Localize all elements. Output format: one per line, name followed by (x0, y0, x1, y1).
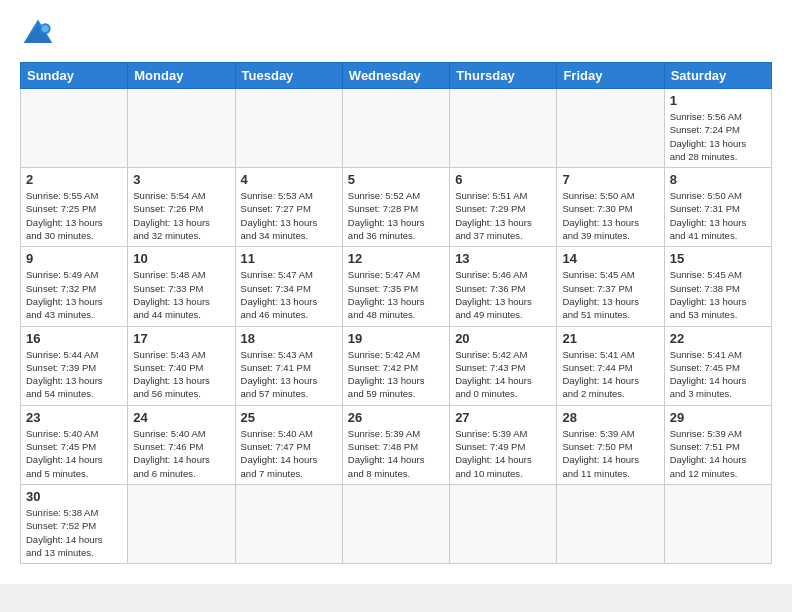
day-info: Sunrise: 5:48 AM Sunset: 7:33 PM Dayligh… (133, 268, 229, 321)
day-number: 26 (348, 410, 444, 425)
day-number: 3 (133, 172, 229, 187)
calendar-cell: 3Sunrise: 5:54 AM Sunset: 7:26 PM Daylig… (128, 168, 235, 247)
calendar-cell: 20Sunrise: 5:42 AM Sunset: 7:43 PM Dayli… (450, 326, 557, 405)
day-number: 19 (348, 331, 444, 346)
calendar-cell: 7Sunrise: 5:50 AM Sunset: 7:30 PM Daylig… (557, 168, 664, 247)
calendar-cell: 14Sunrise: 5:45 AM Sunset: 7:37 PM Dayli… (557, 247, 664, 326)
day-number: 24 (133, 410, 229, 425)
day-info: Sunrise: 5:45 AM Sunset: 7:38 PM Dayligh… (670, 268, 766, 321)
calendar-cell (235, 484, 342, 563)
weekday-header-sunday: Sunday (21, 63, 128, 89)
weekday-header-tuesday: Tuesday (235, 63, 342, 89)
calendar-cell: 30Sunrise: 5:38 AM Sunset: 7:52 PM Dayli… (21, 484, 128, 563)
day-number: 22 (670, 331, 766, 346)
day-info: Sunrise: 5:53 AM Sunset: 7:27 PM Dayligh… (241, 189, 337, 242)
day-info: Sunrise: 5:56 AM Sunset: 7:24 PM Dayligh… (670, 110, 766, 163)
day-number: 6 (455, 172, 551, 187)
logo (20, 16, 60, 52)
day-info: Sunrise: 5:40 AM Sunset: 7:45 PM Dayligh… (26, 427, 122, 480)
day-info: Sunrise: 5:45 AM Sunset: 7:37 PM Dayligh… (562, 268, 658, 321)
calendar-cell (128, 89, 235, 168)
calendar-cell (557, 89, 664, 168)
day-number: 7 (562, 172, 658, 187)
day-info: Sunrise: 5:39 AM Sunset: 7:51 PM Dayligh… (670, 427, 766, 480)
week-row-4: 23Sunrise: 5:40 AM Sunset: 7:45 PM Dayli… (21, 405, 772, 484)
calendar-cell: 13Sunrise: 5:46 AM Sunset: 7:36 PM Dayli… (450, 247, 557, 326)
calendar-cell: 17Sunrise: 5:43 AM Sunset: 7:40 PM Dayli… (128, 326, 235, 405)
calendar-cell (664, 484, 771, 563)
calendar-cell: 1Sunrise: 5:56 AM Sunset: 7:24 PM Daylig… (664, 89, 771, 168)
day-number: 30 (26, 489, 122, 504)
day-number: 21 (562, 331, 658, 346)
day-info: Sunrise: 5:42 AM Sunset: 7:43 PM Dayligh… (455, 348, 551, 401)
calendar-cell: 26Sunrise: 5:39 AM Sunset: 7:48 PM Dayli… (342, 405, 449, 484)
day-info: Sunrise: 5:50 AM Sunset: 7:30 PM Dayligh… (562, 189, 658, 242)
day-number: 12 (348, 251, 444, 266)
week-row-5: 30Sunrise: 5:38 AM Sunset: 7:52 PM Dayli… (21, 484, 772, 563)
calendar-cell: 4Sunrise: 5:53 AM Sunset: 7:27 PM Daylig… (235, 168, 342, 247)
day-number: 14 (562, 251, 658, 266)
calendar-cell: 23Sunrise: 5:40 AM Sunset: 7:45 PM Dayli… (21, 405, 128, 484)
calendar-cell (450, 484, 557, 563)
day-info: Sunrise: 5:55 AM Sunset: 7:25 PM Dayligh… (26, 189, 122, 242)
day-number: 25 (241, 410, 337, 425)
calendar-cell (450, 89, 557, 168)
week-row-0: 1Sunrise: 5:56 AM Sunset: 7:24 PM Daylig… (21, 89, 772, 168)
day-info: Sunrise: 5:47 AM Sunset: 7:35 PM Dayligh… (348, 268, 444, 321)
weekday-header-row: SundayMondayTuesdayWednesdayThursdayFrid… (21, 63, 772, 89)
calendar-cell: 11Sunrise: 5:47 AM Sunset: 7:34 PM Dayli… (235, 247, 342, 326)
weekday-header-wednesday: Wednesday (342, 63, 449, 89)
weekday-header-thursday: Thursday (450, 63, 557, 89)
calendar-cell: 19Sunrise: 5:42 AM Sunset: 7:42 PM Dayli… (342, 326, 449, 405)
day-info: Sunrise: 5:49 AM Sunset: 7:32 PM Dayligh… (26, 268, 122, 321)
day-info: Sunrise: 5:50 AM Sunset: 7:31 PM Dayligh… (670, 189, 766, 242)
calendar-cell: 24Sunrise: 5:40 AM Sunset: 7:46 PM Dayli… (128, 405, 235, 484)
day-info: Sunrise: 5:43 AM Sunset: 7:41 PM Dayligh… (241, 348, 337, 401)
week-row-3: 16Sunrise: 5:44 AM Sunset: 7:39 PM Dayli… (21, 326, 772, 405)
day-info: Sunrise: 5:40 AM Sunset: 7:46 PM Dayligh… (133, 427, 229, 480)
day-info: Sunrise: 5:40 AM Sunset: 7:47 PM Dayligh… (241, 427, 337, 480)
day-number: 5 (348, 172, 444, 187)
weekday-header-monday: Monday (128, 63, 235, 89)
day-number: 29 (670, 410, 766, 425)
day-info: Sunrise: 5:42 AM Sunset: 7:42 PM Dayligh… (348, 348, 444, 401)
calendar-cell: 12Sunrise: 5:47 AM Sunset: 7:35 PM Dayli… (342, 247, 449, 326)
calendar-cell (128, 484, 235, 563)
day-info: Sunrise: 5:46 AM Sunset: 7:36 PM Dayligh… (455, 268, 551, 321)
day-number: 8 (670, 172, 766, 187)
header (20, 16, 772, 52)
svg-point-3 (42, 25, 49, 32)
calendar-cell: 27Sunrise: 5:39 AM Sunset: 7:49 PM Dayli… (450, 405, 557, 484)
day-number: 10 (133, 251, 229, 266)
calendar-cell: 8Sunrise: 5:50 AM Sunset: 7:31 PM Daylig… (664, 168, 771, 247)
day-info: Sunrise: 5:39 AM Sunset: 7:48 PM Dayligh… (348, 427, 444, 480)
calendar-cell: 18Sunrise: 5:43 AM Sunset: 7:41 PM Dayli… (235, 326, 342, 405)
calendar-cell: 21Sunrise: 5:41 AM Sunset: 7:44 PM Dayli… (557, 326, 664, 405)
day-number: 13 (455, 251, 551, 266)
calendar-cell: 28Sunrise: 5:39 AM Sunset: 7:50 PM Dayli… (557, 405, 664, 484)
day-number: 2 (26, 172, 122, 187)
day-info: Sunrise: 5:54 AM Sunset: 7:26 PM Dayligh… (133, 189, 229, 242)
calendar-cell (21, 89, 128, 168)
calendar: SundayMondayTuesdayWednesdayThursdayFrid… (20, 62, 772, 564)
calendar-cell (342, 89, 449, 168)
calendar-cell: 5Sunrise: 5:52 AM Sunset: 7:28 PM Daylig… (342, 168, 449, 247)
day-number: 18 (241, 331, 337, 346)
calendar-cell: 15Sunrise: 5:45 AM Sunset: 7:38 PM Dayli… (664, 247, 771, 326)
calendar-cell: 10Sunrise: 5:48 AM Sunset: 7:33 PM Dayli… (128, 247, 235, 326)
week-row-1: 2Sunrise: 5:55 AM Sunset: 7:25 PM Daylig… (21, 168, 772, 247)
calendar-cell: 6Sunrise: 5:51 AM Sunset: 7:29 PM Daylig… (450, 168, 557, 247)
day-number: 1 (670, 93, 766, 108)
calendar-cell: 25Sunrise: 5:40 AM Sunset: 7:47 PM Dayli… (235, 405, 342, 484)
day-number: 9 (26, 251, 122, 266)
day-info: Sunrise: 5:47 AM Sunset: 7:34 PM Dayligh… (241, 268, 337, 321)
day-info: Sunrise: 5:39 AM Sunset: 7:50 PM Dayligh… (562, 427, 658, 480)
day-number: 27 (455, 410, 551, 425)
calendar-cell (235, 89, 342, 168)
day-number: 28 (562, 410, 658, 425)
calendar-cell (342, 484, 449, 563)
day-number: 17 (133, 331, 229, 346)
day-info: Sunrise: 5:51 AM Sunset: 7:29 PM Dayligh… (455, 189, 551, 242)
logo-icon (20, 16, 56, 52)
day-info: Sunrise: 5:41 AM Sunset: 7:44 PM Dayligh… (562, 348, 658, 401)
